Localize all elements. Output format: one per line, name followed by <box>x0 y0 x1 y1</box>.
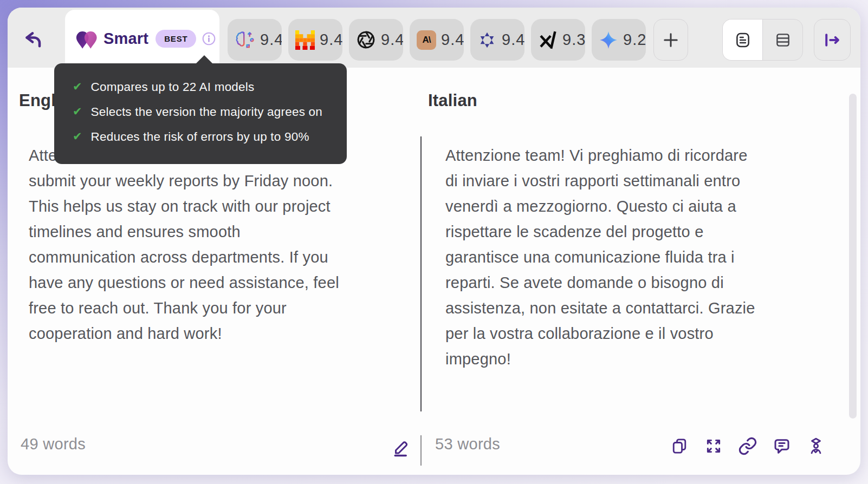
best-badge: BEST <box>156 30 196 48</box>
model-score: 9.4 <box>381 31 403 49</box>
comment-icon <box>772 436 792 456</box>
source-text: Attention team! Please remember to submi… <box>29 143 414 346</box>
model-tab-strip: 9.4 9.4 <box>228 19 646 61</box>
openai-icon <box>356 30 376 50</box>
expand-icon <box>704 437 723 455</box>
model-score: 9.4 <box>441 31 464 49</box>
tab-model-gemini[interactable]: 9.2 <box>592 19 646 61</box>
back-button[interactable] <box>20 28 44 53</box>
ai-brain-icon <box>235 30 255 50</box>
target-actions <box>670 436 826 456</box>
tooltip-text: Reduces the risk of errors by up to 90% <box>91 128 309 145</box>
export-arrow-icon <box>822 30 843 50</box>
export-button[interactable] <box>814 19 851 61</box>
info-icon[interactable] <box>202 31 216 46</box>
check-icon: ✔ <box>73 103 82 120</box>
tooltip-row: ✔ Reduces the risk of errors by up to 90… <box>73 128 328 145</box>
table-view-button[interactable] <box>762 19 802 60</box>
copy-icon <box>670 437 689 455</box>
smart-tab-label: Smart <box>103 30 148 48</box>
plus-icon <box>661 30 681 50</box>
add-model-button[interactable] <box>653 19 688 61</box>
tab-model-xai[interactable]: 9.3 <box>531 19 585 61</box>
tab-model-openai[interactable]: 9.4 <box>349 19 403 61</box>
check-icon: ✔ <box>73 79 82 95</box>
tooltip-row: ✔ Compares up to 22 AI models <box>73 79 328 95</box>
view-mode-toggle <box>722 19 803 61</box>
smart-info-tooltip: ✔ Compares up to 22 AI models ✔ Selects … <box>54 63 347 164</box>
comment-button[interactable] <box>772 436 792 456</box>
model-score: 9.4 <box>502 31 524 49</box>
target-word-count: 53 words <box>435 435 500 453</box>
model-score: 9.2 <box>623 31 646 49</box>
qwen-icon <box>477 30 497 50</box>
link-button[interactable] <box>738 436 757 456</box>
tab-model-multi-ai[interactable]: 9.4 <box>228 19 282 61</box>
mistral-icon <box>295 30 315 50</box>
expert-review-button[interactable] <box>806 436 826 456</box>
link-icon <box>738 436 757 456</box>
edit-source-button[interactable] <box>388 435 413 460</box>
tooltip-text: Compares up to 22 AI models <box>91 79 255 95</box>
expand-button[interactable] <box>704 436 723 456</box>
tab-model-anthropic[interactable]: A\ 9.4 <box>410 19 464 61</box>
anthropic-icon: A\ <box>417 30 436 50</box>
column-divider <box>420 136 422 411</box>
xai-grok-icon <box>538 30 558 50</box>
gemini-icon <box>599 30 618 50</box>
model-score: 9.4 <box>260 31 282 49</box>
tab-model-mistral[interactable]: 9.4 <box>288 19 342 61</box>
target-text: Attenzione team! Vi preghiamo di ricorda… <box>445 143 822 372</box>
toolbar: Smart BEST <box>8 8 860 68</box>
scrollbar-thumb[interactable] <box>849 94 857 418</box>
back-arrow-icon <box>21 29 43 51</box>
check-icon: ✔ <box>73 128 82 145</box>
translation-window: Smart BEST <box>8 8 860 475</box>
copy-button[interactable] <box>670 436 689 456</box>
tab-model-qwen[interactable]: 9.4 <box>470 19 524 61</box>
target-language-title: Italian <box>428 91 477 110</box>
source-word-count: 49 words <box>21 435 86 453</box>
footer-divider <box>420 435 422 466</box>
pencil-icon <box>391 437 411 458</box>
smart-logo-icon <box>74 27 98 51</box>
expert-review-icon <box>806 436 826 456</box>
model-score: 9.4 <box>320 31 342 49</box>
card-view-icon <box>734 31 752 49</box>
tooltip-text: Selects the version the majority agrees … <box>91 103 322 120</box>
card-view-button[interactable] <box>723 19 762 60</box>
table-view-icon <box>774 31 792 49</box>
tooltip-row: ✔ Selects the version the majority agree… <box>73 103 328 120</box>
model-score: 9.3 <box>562 31 585 49</box>
